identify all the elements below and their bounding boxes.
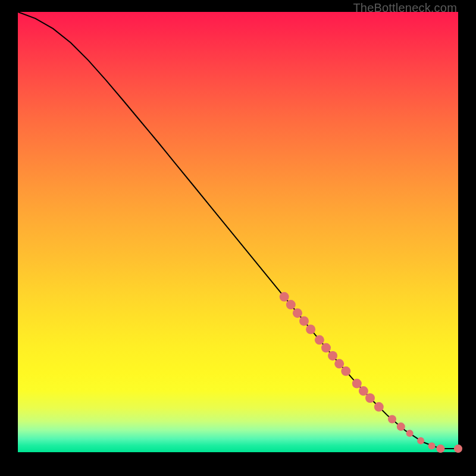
chart-stage: TheBottleneck.com (0, 0, 476, 476)
data-marker (334, 359, 344, 368)
data-marker (428, 443, 436, 450)
chart-overlay (18, 12, 458, 452)
data-marker (359, 386, 368, 396)
data-marker (328, 351, 337, 361)
data-marker (365, 393, 375, 403)
data-marker (454, 444, 462, 453)
data-marker (299, 317, 309, 326)
marker-layer (280, 292, 462, 453)
data-marker (315, 335, 324, 345)
data-marker (286, 300, 296, 309)
data-marker (352, 379, 362, 389)
data-marker (293, 308, 302, 318)
data-marker (374, 402, 384, 412)
data-marker (406, 430, 414, 437)
data-marker (341, 367, 350, 376)
data-marker (397, 422, 405, 431)
data-marker (321, 343, 331, 353)
data-marker (436, 444, 444, 453)
data-marker (388, 415, 396, 424)
data-marker (280, 292, 289, 302)
data-marker (417, 437, 424, 444)
curve-path (18, 12, 458, 449)
plot-area (18, 12, 458, 452)
data-marker (306, 325, 315, 334)
